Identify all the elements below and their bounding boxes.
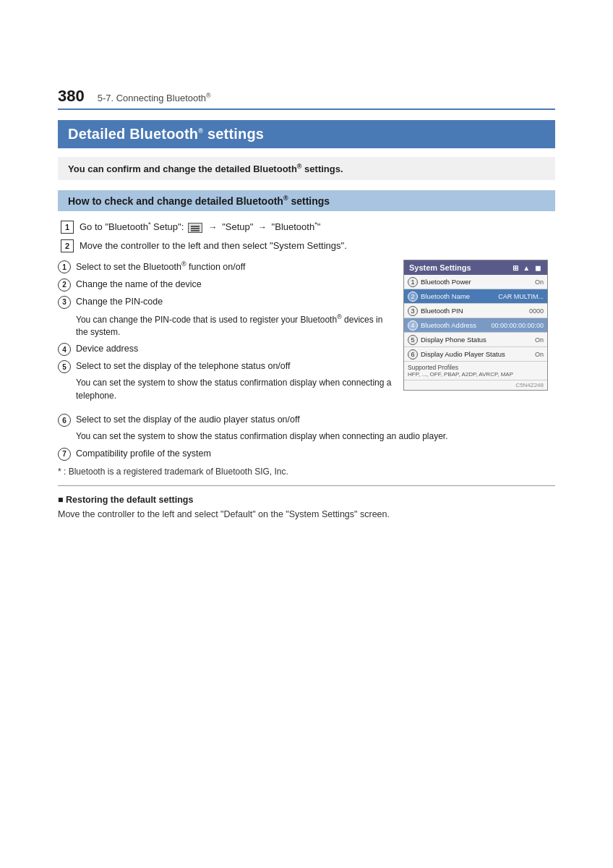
step-2-content: Move the controller to the left and then…: [80, 239, 555, 253]
ss-row-6: 6 Display Audio Player Status On: [404, 347, 547, 362]
circle-content-6: Select to set the display of the audio p…: [76, 413, 300, 426]
circle-content-1: Select to set the Bluetooth® function on…: [76, 260, 245, 273]
circle-num-7: 7: [58, 448, 71, 461]
step-1: 1 Go to "Bluetooth* Setup": → "Setup" → …: [58, 220, 555, 234]
circle-content-3: Change the PIN-code: [76, 295, 163, 308]
ss-row-1: 1 Bluetooth Power On: [404, 275, 547, 289]
circle-content-4: Device address: [76, 342, 138, 355]
sub-title: How to check and change detailed Bluetoo…: [68, 195, 545, 207]
circle-num-3: 3: [58, 296, 71, 309]
ss-status-icons: ⊞ ▲ ◼: [513, 264, 542, 272]
note-6: You can set the system to show the statu…: [76, 430, 555, 443]
page-wrapper: 380 5-7. Connecting Bluetooth® Detailed …: [0, 0, 613, 564]
circle-num-4: 4: [58, 343, 71, 356]
circle-content-5: Select to set the display of the telepho…: [76, 359, 291, 373]
circle-content-2: Change the name of the device: [76, 278, 202, 291]
right-column: System Settings ⊞ ▲ ◼ 1 Bluetooth Power …: [403, 260, 555, 406]
page-section-title: 5-7. Connecting Bluetooth®: [98, 92, 211, 103]
circle-item-1: 1 Select to set the Bluetooth® function …: [58, 260, 392, 273]
trademark-note: * : Bluetooth is a registered trademark …: [58, 467, 555, 477]
step-num-2: 2: [61, 239, 74, 252]
page-header: 380 5-7. Connecting Bluetooth®: [58, 87, 555, 110]
step-num-1: 1: [61, 221, 74, 234]
system-settings-screenshot: System Settings ⊞ ▲ ◼ 1 Bluetooth Power …: [403, 260, 548, 391]
circle-list-lower: 6 Select to set the display of the audio…: [58, 413, 555, 460]
step-2: 2 Move the controller to the left and th…: [58, 239, 555, 253]
ss-row-5: 5 Display Phone Status On: [404, 333, 547, 347]
restore-title: Restoring the default settings: [58, 495, 555, 505]
restore-section: Restoring the default settings Move the …: [58, 495, 555, 522]
ss-row-4: 4 Bluetooth Address 00:00:00:00:00:00: [404, 318, 547, 333]
ss-watermark: C5N4Z248: [404, 380, 547, 390]
circle-num-5: 5: [58, 360, 71, 373]
ss-row-2: 2 Bluetooth Name CAR MULTIM...: [404, 289, 547, 304]
circle-item-5: 5 Select to set the display of the telep…: [58, 359, 392, 373]
page-number: 380: [58, 87, 85, 106]
circle-item-6: 6 Select to set the display of the audio…: [58, 413, 555, 427]
circle-item-3: 3 Change the PIN-code: [58, 295, 392, 309]
left-column: 1 Select to set the Bluetooth® function …: [58, 260, 392, 406]
restore-text: Move the controller to the left and sele…: [58, 508, 555, 522]
intro-box: You can confirm and change the detailed …: [58, 157, 555, 180]
circle-item-7: 7 Compatibility profile of the system: [58, 447, 555, 461]
ss-profiles: Supported Profiles HFP, ..., OFF, PBAP, …: [404, 362, 547, 380]
circle-num-6: 6: [58, 414, 71, 427]
circle-item-2: 2 Change the name of the device: [58, 278, 392, 292]
note-3: You can change the PIN-code that is used…: [76, 312, 392, 339]
step-list: 1 Go to "Bluetooth* Setup": → "Setup" → …: [58, 220, 555, 252]
circle-content-7: Compatibility profile of the system: [76, 447, 211, 460]
main-title: Detailed Bluetooth® settings: [68, 126, 545, 142]
circle-num-1: 1: [58, 260, 71, 273]
menu-icon: [188, 223, 202, 233]
two-col-layout: 1 Select to set the Bluetooth® function …: [58, 260, 555, 406]
ss-titlebar: System Settings ⊞ ▲ ◼: [404, 260, 547, 275]
circle-item-4: 4 Device address: [58, 342, 392, 356]
main-title-bar: Detailed Bluetooth® settings: [58, 120, 555, 148]
ss-row-3: 3 Bluetooth PIN 0000: [404, 304, 547, 318]
step-1-content: Go to "Bluetooth* Setup": → "Setup" → "B…: [80, 220, 555, 234]
circle-num-2: 2: [58, 278, 71, 292]
note-5: You can set the system to show the statu…: [76, 377, 392, 402]
circle-list: 1 Select to set the Bluetooth® function …: [58, 260, 392, 402]
sub-title-bar: How to check and change detailed Bluetoo…: [58, 190, 555, 211]
divider: [58, 485, 555, 486]
